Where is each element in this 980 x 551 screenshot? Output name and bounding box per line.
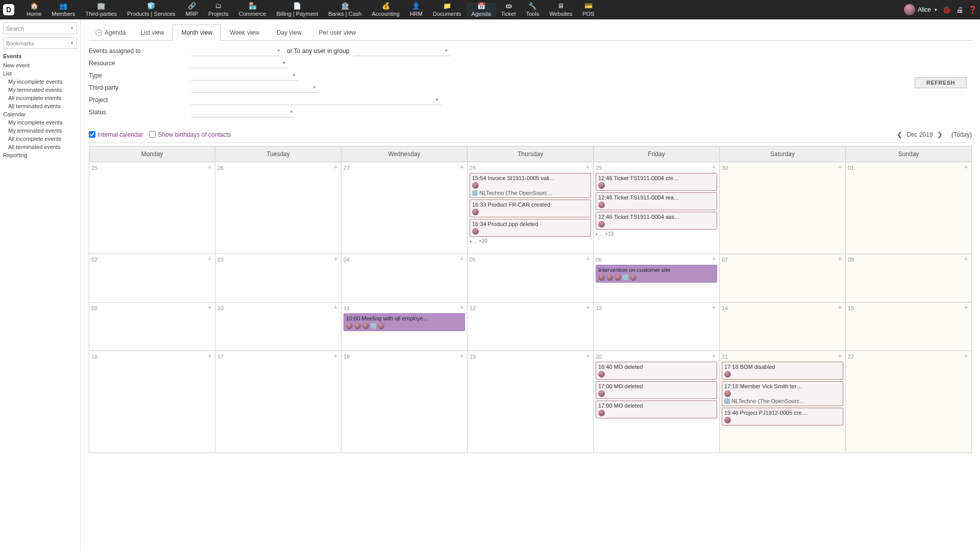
nav-home[interactable]: 🏠Home xyxy=(21,3,46,17)
add-event-button[interactable]: + xyxy=(207,305,212,310)
calendar-cell[interactable]: 17+ xyxy=(215,351,341,453)
calendar-cell[interactable]: 21+17:18 BOM disabled17:18 Member Vick S… xyxy=(720,351,846,453)
next-month-button[interactable]: ❯ xyxy=(936,131,944,138)
event[interactable]: 12:46 Ticket TS1911-0004 cre… xyxy=(596,173,717,191)
sidebar-section-events[interactable]: Events xyxy=(3,53,78,59)
app-logo[interactable]: D xyxy=(3,4,14,15)
add-event-button[interactable]: + xyxy=(585,353,590,358)
event[interactable]: 17:00 MO deleted xyxy=(596,381,717,399)
calendar-cell[interactable]: 26+ xyxy=(215,162,341,254)
nav-websites[interactable]: 🖥Websites xyxy=(544,3,577,17)
tab-month-view[interactable]: Month view xyxy=(173,24,221,41)
event[interactable]: 16:40 MO deleted xyxy=(596,362,717,380)
calendar-cell[interactable]: 11+10:00 Meeting with all employe… xyxy=(341,303,468,351)
add-event-button[interactable]: + xyxy=(838,353,842,358)
add-event-button[interactable]: + xyxy=(585,305,590,310)
nav-documents[interactable]: 📁Documents xyxy=(428,3,467,17)
calendar-cell[interactable]: 16+ xyxy=(89,351,215,453)
filter-type-select[interactable]: ▼ xyxy=(191,70,298,81)
event[interactable]: 19:46 Project PJ1912-0005 cre… xyxy=(722,408,843,425)
event[interactable]: 17:18 Member Vick Smith ter…NLTechno (Th… xyxy=(722,381,843,406)
sidebar-list-all-incomplete[interactable]: All incomplete events xyxy=(8,94,78,102)
bug-icon[interactable]: 🐞 xyxy=(942,6,951,14)
add-event-button[interactable]: + xyxy=(712,164,716,169)
event[interactable]: 12:46 Ticket TS1911-0004 ass… xyxy=(596,212,717,230)
print-icon[interactable]: 🖨 xyxy=(956,6,963,14)
nav-pos[interactable]: 💳POS xyxy=(577,3,599,17)
add-event-button[interactable]: + xyxy=(712,305,716,310)
filter-thirdparty-select[interactable]: ▼ xyxy=(191,83,318,93)
add-event-button[interactable]: + xyxy=(459,353,464,358)
event[interactable]: 15:54 Invoice SI1911-0005 vali…NLTechno … xyxy=(470,173,591,198)
show-birthdays-checkbox[interactable] xyxy=(149,131,156,138)
add-event-button[interactable]: + xyxy=(333,353,338,358)
nav-agenda[interactable]: 📅Agenda xyxy=(467,3,496,17)
help-icon[interactable]: ❓ xyxy=(968,6,977,14)
add-event-button[interactable]: + xyxy=(838,256,842,261)
calendar-cell[interactable]: 04+ xyxy=(341,254,468,303)
calendar-cell[interactable]: 15+ xyxy=(846,303,972,351)
add-event-button[interactable]: + xyxy=(838,164,842,169)
nav-commerce[interactable]: 🏪Commerce xyxy=(234,3,272,17)
refresh-button[interactable]: REFRESH xyxy=(915,77,967,88)
add-event-button[interactable]: + xyxy=(712,256,716,261)
sidebar-list-my-incomplete[interactable]: My incomplete events xyxy=(8,78,78,86)
calendar-cell[interactable]: 25+ xyxy=(89,162,215,254)
add-event-button[interactable]: + xyxy=(459,256,464,261)
tab-week-view[interactable]: Week view xyxy=(221,24,268,40)
sidebar-reporting[interactable]: Reporting xyxy=(3,151,78,159)
filter-assigned-select[interactable]: ▼ xyxy=(191,46,283,56)
sidebar-calendar[interactable]: Calendar xyxy=(3,110,78,118)
sidebar-cal-all-terminated[interactable]: All terminated events xyxy=(8,143,78,151)
event[interactable]: Intervention on customer site xyxy=(596,265,717,283)
sidebar-list[interactable]: List xyxy=(3,69,78,78)
sidebar-cal-my-incomplete[interactable]: My incomplete events xyxy=(8,118,78,127)
calendar-cell[interactable]: 27+ xyxy=(341,162,468,254)
event[interactable]: 10:00 Meeting with all employe… xyxy=(344,313,465,331)
sidebar-new-event[interactable]: New event xyxy=(3,61,78,69)
nav-members[interactable]: 👥Members xyxy=(46,3,80,17)
search-dropdown[interactable]: Search▼ xyxy=(3,22,77,34)
add-event-button[interactable]: + xyxy=(333,164,338,169)
add-event-button[interactable]: + xyxy=(585,256,590,261)
calendar-cell[interactable]: 14+ xyxy=(720,303,846,351)
calendar-cell[interactable]: 20+16:40 MO deleted17:00 MO deleted17:00… xyxy=(594,351,720,453)
calendar-cell[interactable]: 08+ xyxy=(846,254,972,303)
calendar-cell[interactable]: 22+ xyxy=(846,351,972,453)
show-birthdays-link[interactable]: Show birthdays of contacts xyxy=(158,131,231,138)
add-event-button[interactable]: + xyxy=(712,353,716,358)
sidebar-cal-my-terminated[interactable]: My terminated events xyxy=(8,127,78,135)
calendar-cell[interactable]: 12+ xyxy=(468,303,594,351)
more-events[interactable]: ▾ ... +20 xyxy=(470,238,591,244)
calendar-cell[interactable]: 03+ xyxy=(215,254,341,303)
calendar-cell[interactable]: 01+ xyxy=(846,162,972,254)
add-event-button[interactable]: + xyxy=(459,164,464,169)
nav-products-services[interactable]: 🧊Products | Services xyxy=(122,3,181,17)
add-event-button[interactable]: + xyxy=(459,305,464,310)
bookmarks-dropdown[interactable]: Bookmarks▼ xyxy=(3,37,77,49)
internal-calendar-link[interactable]: Internal calendar xyxy=(97,131,143,138)
sidebar-list-all-terminated[interactable]: All terminated events xyxy=(8,102,78,110)
calendar-cell[interactable]: 09+ xyxy=(89,303,215,351)
event[interactable]: 16:33 Product FR-CAR created xyxy=(470,199,591,217)
add-event-button[interactable]: + xyxy=(207,164,212,169)
calendar-cell[interactable]: 07+ xyxy=(720,254,846,303)
prev-month-button[interactable]: ❮ xyxy=(896,131,903,138)
add-event-button[interactable]: + xyxy=(333,305,338,310)
calendar-cell[interactable]: 29+12:46 Ticket TS1911-0004 cre…12:46 Ti… xyxy=(594,162,720,254)
user-menu[interactable]: Alice ▾ xyxy=(904,4,937,15)
calendar-cell[interactable]: 18+ xyxy=(341,351,468,453)
nav-banks-cash[interactable]: 🏦Banks | Cash xyxy=(323,3,366,17)
add-event-button[interactable]: + xyxy=(964,305,968,310)
add-event-button[interactable]: + xyxy=(207,353,212,358)
calendar-cell[interactable]: 13+ xyxy=(594,303,720,351)
add-event-button[interactable]: + xyxy=(964,353,968,358)
calendar-cell[interactable]: 02+ xyxy=(89,254,215,303)
event[interactable]: 12:46 Ticket TS1911-0004 rea… xyxy=(596,192,717,210)
add-event-button[interactable]: + xyxy=(333,256,338,261)
nav-tools[interactable]: 🔧Tools xyxy=(521,3,544,17)
add-event-button[interactable]: + xyxy=(964,256,968,261)
nav-accounting[interactable]: 💰Accounting xyxy=(366,3,404,17)
nav-projects[interactable]: 🗂Projects xyxy=(203,3,234,17)
add-event-button[interactable]: + xyxy=(207,256,212,261)
